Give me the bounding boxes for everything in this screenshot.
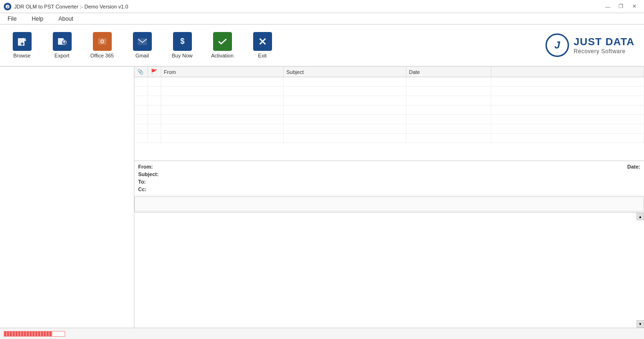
- buynow-button[interactable]: $ Buy Now: [162, 26, 202, 64]
- export-label: Export: [55, 53, 70, 58]
- export-button[interactable]: Export: [42, 26, 82, 64]
- scroll-down-button[interactable]: ▼: [636, 320, 644, 328]
- left-panel: [0, 67, 134, 328]
- col-subject-header: Subject: [283, 67, 406, 77]
- table-row[interactable]: [134, 87, 644, 96]
- email-list: 📎 🚩 From Subject Date: [134, 67, 644, 161]
- logo-initial: J: [554, 39, 560, 51]
- scroll-up-button[interactable]: ▲: [636, 213, 644, 220]
- office365-icon: O: [93, 32, 112, 51]
- to-label: To:: [138, 179, 166, 185]
- email-body[interactable]: ▲ ▼: [134, 212, 644, 328]
- table-row[interactable]: [134, 124, 644, 134]
- table-header-row: 📎 🚩 From Subject Date: [134, 67, 644, 77]
- subject-label: Subject:: [138, 171, 166, 177]
- flag-icon: 🚩: [151, 69, 157, 74]
- window-title: JDR OLM to PST Converter :- Demo Version…: [14, 4, 128, 9]
- title-bar-left: J JDR OLM to PST Converter :- Demo Versi…: [4, 3, 128, 10]
- close-button[interactable]: ✕: [628, 2, 640, 11]
- browse-icon: [13, 32, 32, 51]
- logo-area: J JUST DATA Recovery Software: [545, 33, 642, 57]
- svg-rect-12: [138, 39, 147, 45]
- email-table-body: [134, 77, 644, 143]
- body-toolbar: [134, 196, 644, 211]
- email-detail: From: Date: Subject: To: Cc:: [134, 161, 644, 328]
- svg-rect-4: [23, 38, 26, 41]
- table-row[interactable]: [134, 96, 644, 105]
- title-controls: — ❐ ✕: [602, 2, 640, 11]
- table-row[interactable]: [134, 115, 644, 124]
- table-row[interactable]: [134, 134, 644, 143]
- from-row: From: Date:: [138, 163, 640, 170]
- subject-row: Subject:: [138, 170, 640, 178]
- date-label: Date:: [627, 164, 640, 170]
- col-extra-header: [491, 67, 644, 77]
- gmail-label: Gmail: [135, 53, 149, 58]
- col-flag-header: 🚩: [148, 67, 161, 77]
- buynow-label: Buy Now: [172, 53, 192, 58]
- office365-button[interactable]: O Office 365: [82, 26, 122, 64]
- from-label: From:: [138, 164, 166, 170]
- logo-circle: J: [545, 33, 569, 57]
- to-row: To:: [138, 178, 640, 186]
- table-row[interactable]: [134, 77, 644, 87]
- svg-text:O: O: [100, 39, 104, 44]
- export-icon: [53, 32, 72, 51]
- menu-about[interactable]: About: [51, 13, 81, 24]
- logo-subtitle: Recovery Software: [574, 48, 635, 55]
- browse-label: Browse: [13, 53, 31, 58]
- toolbar: Browse Export O Office 365: [0, 24, 644, 67]
- minimize-button[interactable]: —: [602, 2, 614, 11]
- exit-button[interactable]: Exit: [242, 26, 282, 64]
- activation-button[interactable]: Activation: [202, 26, 242, 64]
- menu-help[interactable]: Help: [24, 13, 51, 24]
- app-icon: J: [4, 3, 11, 10]
- gmail-icon: [133, 32, 152, 51]
- status-progress: [4, 331, 65, 337]
- status-bar: [0, 328, 644, 339]
- activation-icon: [213, 32, 232, 51]
- email-table: 📎 🚩 From Subject Date: [134, 67, 644, 143]
- col-from-header: From: [161, 67, 283, 77]
- title-bar: J JDR OLM to PST Converter :- Demo Versi…: [0, 0, 644, 13]
- main-container: 📎 🚩 From Subject Date: [0, 67, 644, 328]
- menu-bar: File Help About: [0, 13, 644, 24]
- gmail-button[interactable]: Gmail: [122, 26, 162, 64]
- cc-row: Cc:: [138, 186, 640, 193]
- table-row[interactable]: [134, 105, 644, 115]
- col-date-header: Date: [406, 67, 491, 77]
- buynow-icon: $: [173, 32, 192, 51]
- status-progress-fill: [4, 331, 52, 336]
- logo-text: JUST DATA Recovery Software: [574, 36, 635, 55]
- attach-icon: 📎: [137, 69, 144, 74]
- col-attach-header: 📎: [134, 67, 148, 77]
- right-panel: 📎 🚩 From Subject Date: [134, 67, 644, 328]
- logo-title: JUST DATA: [574, 36, 635, 48]
- browse-button[interactable]: Browse: [2, 26, 42, 64]
- menu-file[interactable]: File: [0, 13, 24, 24]
- exit-icon: [253, 32, 272, 51]
- svg-text:$: $: [180, 37, 184, 45]
- cc-label: Cc:: [138, 186, 166, 192]
- office365-label: Office 365: [91, 53, 114, 58]
- email-headers: From: Date: Subject: To: Cc:: [134, 161, 644, 195]
- maximize-button[interactable]: ❐: [615, 2, 627, 11]
- exit-label: Exit: [258, 53, 266, 58]
- activation-label: Activation: [211, 53, 234, 58]
- svg-text:J: J: [7, 5, 8, 8]
